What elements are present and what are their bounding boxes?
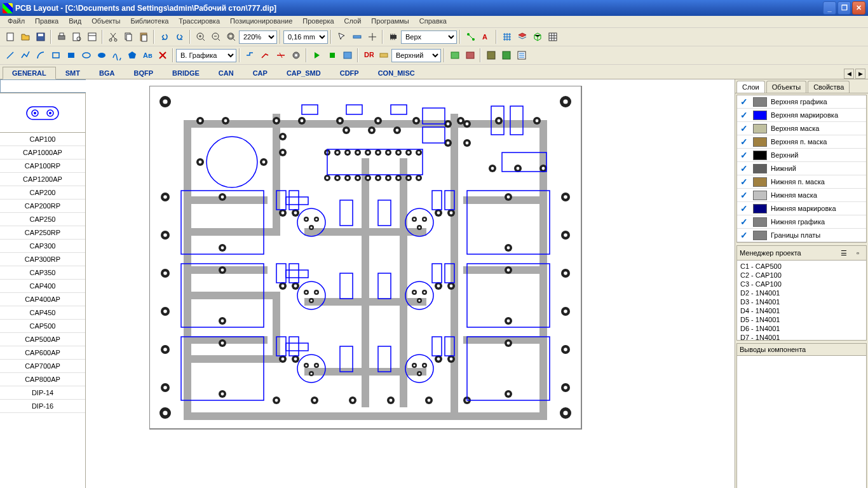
layer-color-swatch[interactable] bbox=[753, 151, 767, 160]
measure-icon[interactable] bbox=[349, 30, 364, 44]
component-list-item[interactable]: CAP500 bbox=[0, 320, 85, 333]
component-list-item[interactable]: CAP100RP bbox=[0, 159, 85, 173]
component-icon[interactable] bbox=[386, 30, 400, 44]
component-list-item[interactable]: CAP200RP bbox=[0, 200, 85, 213]
layer-color-swatch[interactable] bbox=[753, 191, 767, 200]
layer-color-swatch[interactable] bbox=[753, 217, 767, 227]
project-component-item[interactable]: C2 - CAP100 bbox=[738, 271, 865, 280]
undo-icon[interactable] bbox=[157, 30, 172, 44]
layer-row[interactable]: ✓ Нижняя маркировка bbox=[737, 202, 866, 215]
menu-help[interactable]: Справка bbox=[414, 16, 452, 27]
tab-smt[interactable]: SMT bbox=[56, 67, 90, 79]
project-components-list[interactable]: C1 - CAP500C2 - CAP100C3 - CAP100D2 - 1N… bbox=[737, 261, 866, 340]
line-icon[interactable] bbox=[3, 48, 17, 62]
filled-rect-icon[interactable] bbox=[64, 48, 78, 62]
layer-color-swatch[interactable] bbox=[753, 204, 767, 214]
layer-color-swatch[interactable] bbox=[753, 164, 767, 173]
menu-positioning[interactable]: Позиционирование bbox=[225, 16, 297, 27]
layer-row[interactable]: ✓ Нижняя п. маска bbox=[737, 175, 866, 189]
zoom-fit-icon[interactable] bbox=[224, 30, 238, 44]
pointer-icon[interactable] bbox=[334, 30, 349, 44]
layer-color-swatch[interactable] bbox=[753, 137, 767, 147]
redo-icon[interactable] bbox=[172, 30, 187, 44]
layer-color-swatch[interactable] bbox=[753, 124, 767, 133]
component-list-item[interactable]: CAP200 bbox=[0, 186, 85, 200]
layer-color-swatch[interactable] bbox=[753, 177, 767, 187]
layer-row[interactable]: ✓ Верхняя п. маска bbox=[737, 135, 866, 149]
open-file-icon[interactable] bbox=[18, 30, 32, 44]
layer-visible-check[interactable]: ✓ bbox=[737, 177, 751, 187]
drc-icon[interactable]: A bbox=[478, 30, 493, 44]
menu-programs[interactable]: Программы bbox=[366, 16, 414, 27]
zoom-combo[interactable]: 220% bbox=[239, 30, 277, 44]
layers-list[interactable]: ✓ Верхняя графика✓ Верхняя маркировка✓ В… bbox=[736, 95, 867, 243]
cut-icon[interactable] bbox=[105, 30, 120, 44]
print-icon[interactable] bbox=[54, 30, 69, 44]
layer-color-swatch[interactable] bbox=[753, 97, 767, 107]
tab-cdfp[interactable]: CDFP bbox=[330, 67, 369, 79]
autoroute-stop-icon[interactable] bbox=[325, 48, 339, 62]
component-list[interactable]: CAP100CAP1000APCAP100RPCAP1200APCAP200CA… bbox=[0, 133, 85, 488]
ellipse-icon[interactable] bbox=[79, 48, 93, 62]
project-component-item[interactable]: D4 - 1N4001 bbox=[738, 306, 865, 315]
tab-con-misc[interactable]: CON_MISC bbox=[369, 67, 424, 79]
pcb-board-view[interactable] bbox=[149, 86, 670, 454]
tabs-next-icon[interactable]: ▶ bbox=[855, 69, 865, 79]
project-component-item[interactable]: C3 - CAP100 bbox=[738, 280, 865, 288]
component-list-item[interactable]: CAP250 bbox=[0, 213, 85, 226]
route-edit-icon[interactable] bbox=[258, 48, 273, 62]
autoroute-run-icon[interactable] bbox=[309, 48, 324, 62]
layer-color-swatch[interactable] bbox=[753, 111, 767, 120]
component-list-item[interactable]: CAP250RP bbox=[0, 226, 85, 240]
layer-visible-check[interactable]: ✓ bbox=[737, 123, 751, 133]
layer-visible-check[interactable]: ✓ bbox=[737, 150, 751, 160]
layer-row[interactable]: ✓ Нижняя маска bbox=[737, 189, 866, 202]
pcb-canvas[interactable] bbox=[86, 79, 735, 488]
component-filter-input[interactable] bbox=[0, 79, 92, 93]
tab-bqfp[interactable]: BQFP bbox=[124, 67, 163, 79]
backannotate-icon[interactable] bbox=[463, 48, 477, 62]
pm-filter-icon[interactable]: ☰ bbox=[838, 248, 850, 258]
linewidth-combo[interactable]: 0,16 mm bbox=[283, 30, 328, 44]
layer-row[interactable]: ✓ Верхний bbox=[737, 149, 866, 162]
menu-check[interactable]: Проверка bbox=[297, 16, 339, 27]
place-fill-icon[interactable] bbox=[484, 48, 498, 62]
component-list-item[interactable]: CAP800AP bbox=[0, 373, 85, 386]
renumber-icon[interactable] bbox=[447, 48, 462, 62]
copy-icon[interactable] bbox=[121, 30, 135, 44]
arc-icon[interactable] bbox=[33, 48, 48, 62]
delete-icon[interactable] bbox=[155, 48, 170, 62]
project-component-item[interactable]: D5 - 1N4001 bbox=[738, 315, 865, 324]
net-check-icon[interactable] bbox=[376, 48, 391, 62]
new-file-icon[interactable] bbox=[3, 30, 17, 44]
tab-can[interactable]: CAN bbox=[209, 67, 243, 79]
polygon-icon[interactable] bbox=[125, 48, 139, 62]
project-component-item[interactable]: D7 - 1N4001 bbox=[738, 333, 865, 340]
component-pins-list[interactable] bbox=[737, 356, 866, 419]
project-component-item[interactable]: D3 - 1N4001 bbox=[738, 297, 865, 306]
update-fill-icon[interactable] bbox=[499, 48, 513, 62]
component-list-item[interactable]: DIP-16 bbox=[0, 400, 85, 413]
layer-visible-check[interactable]: ✓ bbox=[737, 190, 751, 200]
paste-icon[interactable] bbox=[136, 30, 151, 44]
component-list-item[interactable]: CAP400AP bbox=[0, 293, 85, 306]
component-list-item[interactable]: CAP500AP bbox=[0, 333, 85, 346]
tab-bridge[interactable]: BRIDGE bbox=[163, 67, 209, 79]
rect-icon[interactable] bbox=[48, 48, 63, 62]
menu-objects[interactable]: Объекты bbox=[86, 16, 125, 27]
menu-view[interactable]: Вид bbox=[64, 16, 86, 27]
preview-icon[interactable] bbox=[69, 30, 84, 44]
component-list-item[interactable]: CAP400 bbox=[0, 280, 85, 293]
spline-icon[interactable] bbox=[109, 48, 124, 62]
project-component-item[interactable]: D6 - 1N4001 bbox=[738, 324, 865, 333]
component-list-item[interactable]: DIP-14 bbox=[0, 386, 85, 400]
zoom-in-icon[interactable] bbox=[193, 30, 208, 44]
drc-check-icon[interactable]: DRC bbox=[361, 48, 376, 62]
tab-cap[interactable]: CAP bbox=[243, 67, 277, 79]
maximize-button[interactable]: ❐ bbox=[837, 1, 851, 15]
project-component-item[interactable]: D2 - 1N4001 bbox=[738, 288, 865, 297]
tab-layers[interactable]: Слои bbox=[736, 81, 765, 93]
unroute-icon[interactable] bbox=[273, 48, 288, 62]
layers-toggle-icon[interactable] bbox=[515, 30, 529, 44]
text-icon[interactable]: Авс bbox=[140, 48, 154, 62]
